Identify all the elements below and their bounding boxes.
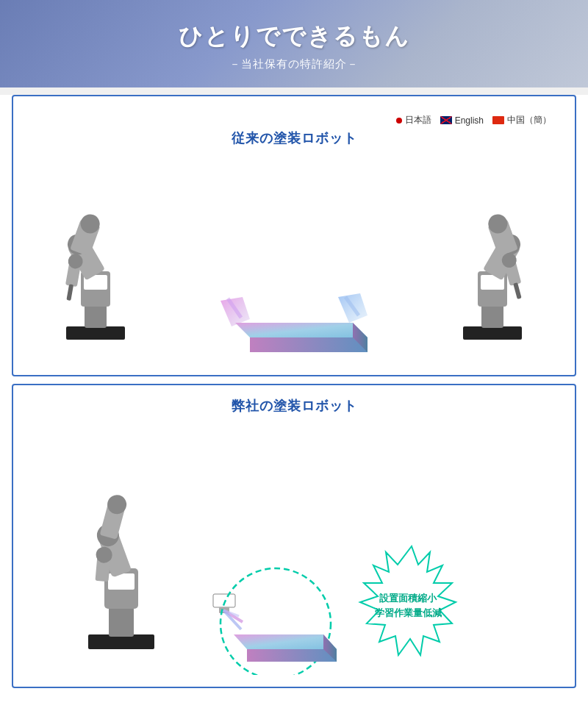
workpiece-front (250, 337, 368, 352)
single-torso-box (108, 573, 135, 590)
left-lower-body (85, 304, 107, 328)
svg-text:設置面積縮小: 設置面積縮小 (379, 593, 437, 604)
right-lower-body (481, 304, 503, 328)
our-robot-illustration: 設置面積縮小 学習作業量低減 (25, 425, 563, 675)
left-arm-segment2 (70, 212, 103, 257)
section2-title: 弊社の塗装ロボット (25, 397, 563, 415)
flag-chinese-icon (492, 116, 504, 124)
left-end-effector (61, 253, 84, 302)
page-subtitle: －当社保有の特許紹介－ (15, 57, 573, 71)
svg-rect-6 (66, 284, 74, 301)
lang-cn-label: 中国（簡） (507, 114, 551, 126)
page-title: ひとりでできるもん (15, 21, 573, 53)
section-traditional-robot: 日本語 English 中国（簡） 従来の塗装ロボット (12, 95, 576, 376)
left-base (66, 326, 125, 340)
svg-text:学習作業量低減: 学習作業量低減 (375, 607, 442, 618)
right-base (463, 326, 522, 340)
section1-title: 従来の塗装ロボット (25, 129, 563, 147)
workpiece-top (235, 323, 368, 337)
lang-jp-dot (396, 118, 402, 124)
lang-japanese[interactable]: 日本語 (396, 114, 431, 126)
section-our-robot: 弊社の塗装ロボット (12, 384, 576, 688)
single-lower-body (109, 607, 134, 637)
right-arm-segment2 (485, 212, 518, 257)
language-bar: 日本語 English 中国（簡） (25, 108, 563, 129)
single-forearm (99, 493, 129, 540)
badge-group: 設置面積縮小 学習作業量低減 (360, 546, 456, 655)
page-header: ひとりでできるもん －当社保有の特許紹介－ (0, 0, 588, 87)
main-content: 日本語 English 中国（簡） 従来の塗装ロボット (0, 95, 588, 708)
lang-chinese[interactable]: 中国（簡） (492, 114, 551, 126)
lang-en-label: English (455, 115, 484, 126)
text-section: 塗装用ロボットシステム 一般的な塗装システムにおいては、例えば下塗り、中塗り、上… (0, 696, 588, 708)
svg-rect-13 (513, 282, 521, 299)
lang-jp-label: 日本語 (405, 114, 431, 126)
lang-english[interactable]: English (440, 115, 484, 126)
workpiece2-front (247, 649, 337, 662)
flag-english-icon (440, 116, 452, 124)
traditional-robot-illustration (25, 157, 563, 363)
workpiece2-top (234, 634, 337, 649)
